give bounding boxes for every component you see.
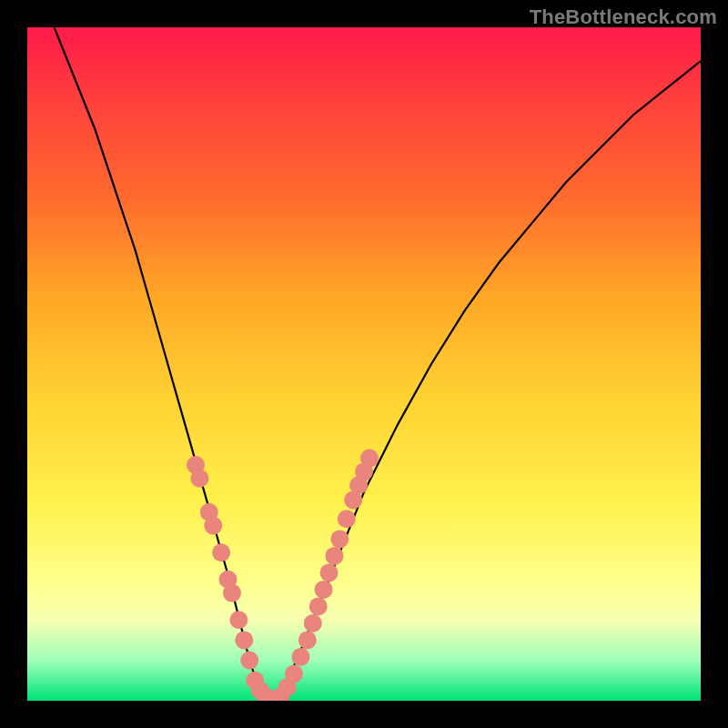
marker-dot [190, 470, 208, 488]
marker-dot [240, 652, 258, 670]
marker-dot [315, 581, 333, 599]
marker-dot [360, 450, 379, 468]
marker-dots [187, 450, 379, 701]
marker-dot [304, 614, 322, 632]
marker-dot [204, 517, 222, 535]
marker-dot [235, 631, 253, 649]
bottleneck-curve [55, 27, 701, 701]
chart-frame: TheBottleneck.com [0, 0, 728, 728]
watermark-text: TheBottleneck.com [530, 5, 717, 29]
marker-dot [309, 597, 328, 615]
plot-area [27, 27, 701, 701]
marker-dot [212, 543, 230, 561]
marker-dot [325, 547, 343, 565]
marker-dot [320, 563, 339, 581]
chart-svg [27, 27, 701, 701]
marker-dot [285, 664, 303, 682]
marker-dot [330, 530, 349, 548]
marker-dot [298, 631, 317, 649]
marker-dot [229, 611, 248, 629]
marker-dot [223, 584, 241, 602]
marker-dot [291, 648, 309, 666]
marker-dot [338, 510, 356, 528]
